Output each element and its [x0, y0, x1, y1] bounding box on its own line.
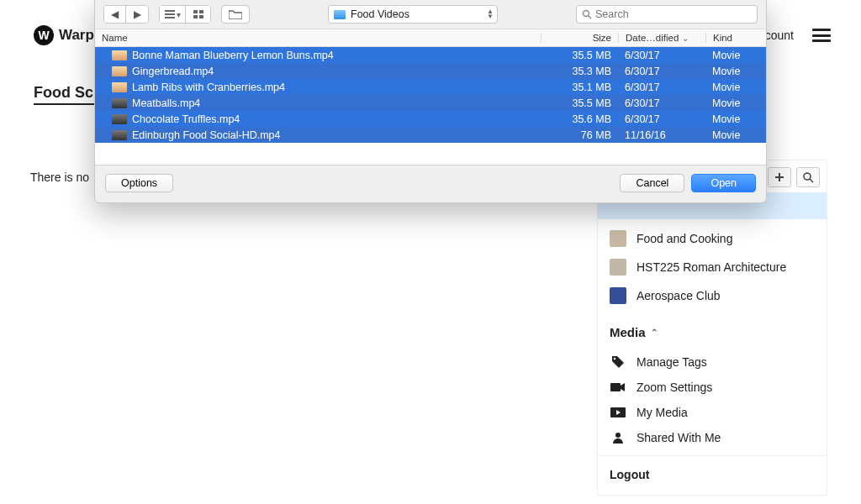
new-folder-button[interactable]: [221, 5, 250, 24]
media-item-shared[interactable]: Shared With Me: [598, 425, 827, 450]
search-icon: [582, 9, 592, 19]
svg-rect-7: [165, 13, 175, 15]
file-row[interactable]: Bonne Maman Blueberry Lemon Buns.mp435.5…: [95, 47, 766, 63]
channel-thumb: [610, 259, 626, 276]
svg-rect-11: [193, 15, 198, 18]
file-open-dialog: ◀ ▶ ▾ Food Videos ▲▼ Name Size Dat: [94, 0, 767, 203]
file-row[interactable]: Edinburgh Food Social-HD.mp476 MB11/16/1…: [95, 127, 766, 143]
file-size: 35.1 MB: [541, 81, 618, 93]
file-kind: Movie: [705, 97, 766, 109]
open-button[interactable]: Open: [691, 174, 756, 192]
search-icon: [803, 172, 814, 183]
file-row[interactable]: Chocolate Truffles.mp435.6 MB6/30/17Movi…: [95, 111, 766, 127]
dialog-search[interactable]: [576, 5, 758, 24]
nav-back-forward: ◀ ▶: [103, 5, 149, 24]
file-date: 6/30/17: [618, 97, 705, 109]
file-kind: Movie: [705, 129, 766, 141]
logout-link[interactable]: Logout: [598, 455, 827, 495]
file-name: Lamb Ribs with Cranberries.mp4: [132, 81, 541, 93]
page-title: Food Sch: [34, 84, 103, 105]
media-item-my-media[interactable]: My Media: [598, 400, 827, 425]
camera-icon: [610, 382, 626, 392]
grid-icon: [193, 10, 203, 18]
media-section-header[interactable]: Media ⌃: [598, 315, 827, 344]
cancel-button[interactable]: Cancel: [620, 174, 684, 192]
file-size: 35.3 MB: [541, 66, 618, 77]
file-date: 6/30/17: [618, 113, 705, 125]
media-label: Manage Tags: [637, 355, 707, 369]
file-row[interactable]: Lamb Ribs with Cranberries.mp435.1 MB6/3…: [95, 79, 766, 95]
file-size: 35.5 MB: [541, 50, 618, 61]
file-size: 35.5 MB: [541, 97, 618, 109]
media-label: Shared With Me: [637, 431, 721, 444]
file-date: 11/16/16: [618, 129, 705, 141]
channel-label: Aerospace Club: [637, 289, 721, 302]
list-view-button[interactable]: ▾: [160, 6, 185, 23]
brand-name: Warp: [59, 27, 94, 44]
folder-path-select[interactable]: Food Videos ▲▼: [328, 5, 498, 24]
file-kind: Movie: [705, 81, 766, 93]
channel-label: HST225 Roman Architecture: [637, 260, 786, 274]
video-file-icon: [112, 98, 127, 108]
svg-point-2: [614, 358, 615, 360]
media-item-tags[interactable]: Manage Tags: [598, 349, 827, 375]
file-kind: Movie: [705, 50, 766, 61]
folder-icon: [229, 9, 242, 19]
svg-rect-3: [610, 383, 621, 391]
column-header-name[interactable]: Name: [95, 33, 541, 43]
add-button[interactable]: [768, 167, 791, 187]
video-file-icon: [112, 50, 127, 60]
file-kind: Movie: [705, 113, 766, 125]
view-mode-group: ▾: [159, 5, 211, 24]
brand-logo: W: [34, 25, 54, 45]
file-row[interactable]: Meatballs.mp435.5 MB6/30/17Movie: [95, 95, 766, 111]
list-icon: [165, 10, 175, 18]
media-item-zoom[interactable]: Zoom Settings: [598, 375, 827, 400]
column-header-kind[interactable]: Kind: [705, 33, 766, 43]
file-name: Meatballs.mp4: [132, 97, 541, 109]
empty-state-text: There is no: [30, 171, 89, 184]
person-icon: [610, 432, 626, 444]
channel-thumb: [610, 287, 626, 304]
file-row[interactable]: Gingerbread.mp435.3 MB6/30/17Movie: [95, 63, 766, 79]
channel-thumb: [610, 230, 626, 247]
svg-point-5: [615, 433, 621, 438]
file-kind: Movie: [705, 66, 766, 77]
svg-rect-8: [165, 17, 175, 18]
nav-forward-button[interactable]: ▶: [126, 6, 148, 23]
channel-item[interactable]: HST225 Roman Architecture: [598, 253, 827, 281]
file-date: 6/30/17: [618, 66, 705, 77]
right-sidebar: Food and Cooking HST225 Roman Architectu…: [597, 160, 827, 496]
updown-icon: ▲▼: [487, 9, 494, 19]
video-file-icon: [112, 114, 127, 124]
play-icon: [610, 407, 626, 417]
svg-rect-12: [199, 15, 203, 18]
chevron-down-icon: ▾: [177, 10, 181, 19]
file-list: Bonne Maman Blueberry Lemon Buns.mp435.5…: [95, 47, 766, 165]
file-name: Edinburgh Food Social-HD.mp4: [132, 129, 541, 141]
file-name: Chocolate Truffles.mp4: [132, 113, 541, 125]
column-header-date[interactable]: Date…dified ⌄: [618, 33, 705, 43]
tag-icon: [610, 355, 626, 369]
group-button[interactable]: [185, 6, 210, 23]
svg-line-1: [810, 179, 813, 182]
options-button[interactable]: Options: [105, 174, 173, 192]
file-date: 6/30/17: [618, 81, 705, 93]
search-input[interactable]: [595, 8, 752, 20]
file-name: Gingerbread.mp4: [132, 66, 541, 77]
channel-item[interactable]: Aerospace Club: [598, 281, 827, 310]
menu-icon[interactable]: [812, 29, 831, 42]
media-label: Zoom Settings: [637, 381, 712, 394]
column-header-size[interactable]: Size: [541, 33, 618, 43]
nav-back-button[interactable]: ◀: [104, 6, 126, 23]
svg-point-0: [804, 173, 811, 180]
channel-item[interactable]: Food and Cooking: [598, 224, 827, 253]
file-size: 35.6 MB: [541, 113, 618, 125]
file-size: 76 MB: [541, 129, 618, 141]
media-label: My Media: [637, 406, 688, 419]
channel-label: Food and Cooking: [637, 232, 732, 245]
svg-point-13: [584, 11, 589, 17]
search-button[interactable]: [796, 167, 820, 187]
sort-icon: ⌄: [682, 34, 689, 43]
file-date: 6/30/17: [618, 50, 705, 61]
